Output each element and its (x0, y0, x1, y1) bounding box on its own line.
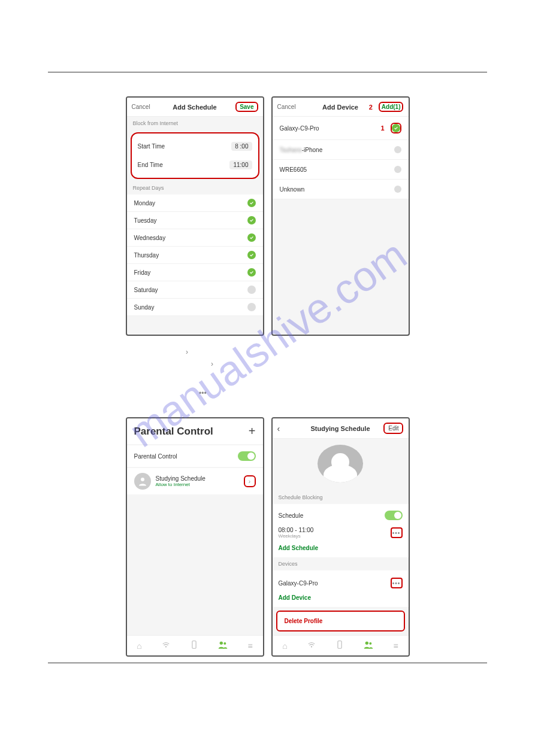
device-row[interactable]: WRE6605 (273, 160, 409, 180)
schedule-days: Weekdays (279, 533, 314, 539)
check-icon[interactable] (247, 251, 256, 259)
screen-add-device: Cancel Add Device 2 Add(1) Galaxy-C9-Pro… (271, 96, 410, 336)
nav-wifi-icon[interactable] (162, 640, 170, 651)
svg-point-3 (219, 642, 222, 645)
cancel-button[interactable]: Cancel (132, 104, 162, 110)
start-time-label: Start Time (138, 143, 165, 150)
check-icon[interactable] (247, 286, 256, 294)
device-name: Unknown (280, 186, 305, 193)
cancel-button[interactable]: Cancel (277, 104, 307, 110)
nav-wifi-icon[interactable] (307, 640, 316, 651)
day-label: Sunday (134, 304, 155, 311)
device-name: Galaxy-C9-Pro (280, 125, 319, 132)
profile-status: Allow to Internet (156, 482, 239, 487)
day-label: Friday (134, 269, 151, 276)
screen-schedule-detail: ‹ Studying Schedule Edit Schedule Blocki… (271, 417, 410, 657)
row-2: Parental Control + Parental Control Stud… (0, 417, 535, 657)
section-devices: Devices (273, 557, 409, 570)
section-block-internet: Block from Internet (127, 117, 263, 130)
day-label: Thursday (134, 252, 159, 259)
svg-point-4 (223, 642, 226, 645)
schedule-more-button[interactable]: ••• (391, 527, 403, 538)
nav-home-icon[interactable]: ⌂ (282, 641, 287, 651)
parental-control-label: Parental Control (134, 453, 177, 460)
delete-profile-button[interactable]: Delete Profile (276, 611, 405, 631)
day-row[interactable]: Saturday (127, 281, 263, 299)
day-label: Monday (134, 200, 156, 207)
page-title: Add Schedule (173, 104, 216, 111)
annotation-1: 1 (380, 125, 384, 132)
back-button[interactable]: ‹ (277, 424, 307, 433)
device-more-button[interactable]: ••• (391, 578, 403, 588)
device-name: Galaxy-C9-Pro (279, 580, 318, 587)
device-list: Galaxy-C9-Pro1Tsuhans-iPhoneWRE6605Unkno… (273, 117, 409, 199)
parental-control-toggle[interactable] (238, 451, 256, 461)
start-time-value[interactable]: 8 :00 (231, 142, 252, 151)
end-time-value[interactable]: 11:00 (229, 160, 252, 169)
device-select-button[interactable] (394, 186, 401, 193)
end-time-label: End Time (138, 162, 163, 168)
schedule-item[interactable]: 08:00 - 11:00 Weekdays ••• (277, 523, 404, 542)
nav-menu-icon[interactable]: ≡ (393, 641, 398, 651)
day-row[interactable]: Thursday (127, 247, 263, 264)
nav-home-icon[interactable]: ⌂ (137, 641, 141, 651)
check-icon[interactable] (247, 233, 256, 242)
chevron-right-icon: › (211, 359, 213, 370)
nav-device-icon[interactable] (336, 640, 343, 651)
schedule-card: Schedule 08:00 - 11:00 Weekdays ••• Add … (273, 504, 409, 557)
device-row[interactable]: Galaxy-C9-Pro1 (273, 117, 409, 140)
day-label: Saturday (134, 287, 158, 293)
end-time-row[interactable]: End Time 11:00 (137, 156, 253, 174)
day-row[interactable]: Monday (127, 195, 263, 212)
bottom-nav: ⌂ ≡ (273, 635, 409, 655)
day-row[interactable]: Tuesday (127, 212, 263, 229)
device-row[interactable]: Unknown (273, 180, 409, 199)
devices-card: Galaxy-C9-Pro ••• Add Device (273, 570, 409, 607)
day-list: MondayTuesdayWednesdayThursdayFridaySatu… (127, 195, 263, 316)
nav-parental-icon[interactable] (218, 640, 228, 651)
add-button[interactable]: Add(1) (379, 102, 404, 112)
page-title: Studying Schedule (310, 425, 370, 432)
start-time-row[interactable]: Start Time 8 :00 (137, 137, 253, 156)
bottom-nav: ⌂ ≡ (127, 635, 263, 655)
device-select-button[interactable] (394, 166, 401, 173)
nav-menu-icon[interactable]: ≡ (247, 641, 252, 651)
svg-rect-2 (192, 641, 196, 648)
check-icon (392, 124, 400, 132)
nav-parental-icon[interactable] (364, 640, 373, 651)
nav-device-icon[interactable] (191, 640, 198, 651)
page-title: Add Device (322, 104, 358, 111)
device-name: WRE6605 (280, 166, 307, 173)
day-row[interactable]: Friday (127, 264, 263, 281)
add-schedule-button[interactable]: Add Schedule (277, 542, 404, 554)
save-button[interactable]: Save (235, 102, 258, 112)
schedule-toggle[interactable] (385, 511, 403, 520)
screen-parental-control: Parental Control + Parental Control Stud… (126, 417, 264, 657)
device-item[interactable]: Galaxy-C9-Pro ••• (277, 574, 404, 592)
device-row[interactable]: Tsuhans-iPhone (273, 140, 409, 160)
edit-button[interactable]: Edit (383, 423, 403, 434)
svg-rect-6 (338, 641, 341, 648)
schedule-label: Schedule (279, 512, 304, 519)
add-device-button[interactable]: Add Device (277, 592, 404, 603)
check-icon[interactable] (247, 303, 256, 311)
header: Parental Control + (127, 418, 263, 444)
check-icon[interactable] (247, 268, 256, 277)
check-icon[interactable] (247, 216, 256, 224)
day-row[interactable]: Wednesday (127, 229, 263, 247)
chevron-right-icon: › (186, 347, 188, 358)
header: Cancel Add Schedule Save (127, 98, 263, 117)
profile-name: Studying Schedule (156, 475, 239, 482)
device-select-button[interactable] (394, 146, 401, 153)
profile-row[interactable]: Studying Schedule Allow to Internet › (127, 468, 263, 494)
day-row[interactable]: Sunday (127, 299, 263, 316)
schedule-time: 08:00 - 11:00 (279, 527, 314, 533)
page-title: Parental Control (134, 426, 213, 438)
check-icon[interactable] (247, 199, 256, 207)
section-schedule-blocking: Schedule Blocking (273, 491, 409, 504)
schedule-toggle-row: Schedule (277, 508, 404, 523)
add-profile-button[interactable]: + (249, 424, 256, 438)
device-select-button[interactable] (391, 123, 401, 133)
profile-detail-button[interactable]: › (244, 475, 256, 487)
row-1: Cancel Add Schedule Save Block from Inte… (0, 96, 535, 336)
